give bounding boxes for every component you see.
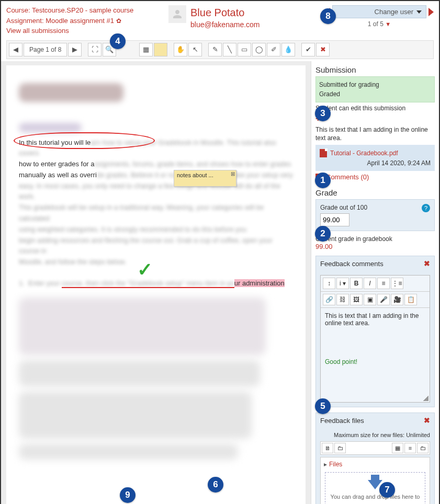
unlink-button[interactable]: ⛓ (336, 294, 349, 305)
document-page[interactable]: In this tutorial you will learn how to s… (6, 65, 306, 505)
media-button[interactable]: ▣ (364, 294, 376, 305)
file-picker-toolbar: 🗎 🗀 ▦ ≡ 🗀 (320, 441, 430, 455)
current-grade-value: 99.00 (315, 243, 435, 250)
badge-4: 4 (110, 33, 126, 49)
filter-icon[interactable]: ▼ (385, 21, 391, 27)
bullet-list-button[interactable]: ≡ (377, 278, 390, 289)
document-list-item: 1. Enter your course, then click the "Gr… (19, 279, 293, 287)
resize-handle[interactable] (423, 396, 428, 401)
icon-view-button[interactable]: ▦ (392, 443, 403, 453)
tree-view-button[interactable]: 🗀 (417, 443, 428, 453)
view-all-submissions-link[interactable]: View all submissions (6, 27, 69, 35)
oval-tool[interactable]: ◯ (252, 43, 266, 56)
rich-text-editor: ↕ i ▾ B I ≡ ⋮≡ 🔗 ⛓ 🖼 ▣ 🎤 (320, 275, 430, 403)
annotation-underline: course, then click the "Gradebook setup"… (62, 279, 234, 288)
editor-toolbar-row2: 🔗 ⛓ 🖼 ▣ 🎤 🎥 📋 (321, 292, 430, 308)
drop-zone[interactable]: You can drag and drop files here to (325, 472, 425, 504)
record-audio-button[interactable]: 🎤 (377, 294, 390, 305)
user-name-link[interactable]: Blue Potato (190, 7, 244, 18)
next-page-button[interactable]: ▶ (68, 43, 82, 56)
user-position: 1 of 5 ▼ (325, 20, 434, 28)
file-link[interactable]: Tutorial - Gradebook.pdf (330, 150, 398, 157)
close-icon[interactable]: ⊠ (231, 171, 235, 177)
editor-text-1: This is text that I am adding in the onl… (325, 312, 425, 327)
list-view-button[interactable]: ≡ (404, 443, 416, 453)
blurred-content-3 (19, 392, 293, 439)
bold-button[interactable]: B (350, 278, 363, 289)
checkmark-annotation: ✓ (137, 259, 153, 281)
create-folder-button[interactable]: 🗀 (334, 443, 346, 453)
editor-toolbar-row1: ↕ i ▾ B I ≡ ⋮≡ (321, 276, 430, 292)
manage-files-button[interactable]: 📋 (404, 294, 417, 305)
ink-tool[interactable]: 💧 (281, 43, 295, 56)
max-size-label: Maximum size for new files: Unlimited (320, 432, 430, 438)
header: Course: Testcourse.SP20 - sample course … (1, 1, 439, 40)
file-drop-area[interactable]: ▸ Files You can drag and drop files here… (320, 457, 430, 504)
select-tool[interactable]: ↖ (188, 43, 202, 56)
badge-2: 2 (315, 226, 331, 242)
feedback-files-heading: Feedback files (320, 417, 364, 425)
assignment-link[interactable]: Assignment: Moodle assignment #1 (6, 17, 114, 25)
online-text-submission: This is text that I am adding in the onl… (315, 123, 435, 145)
submission-section: Submission Submitted for grading Graded … (315, 65, 435, 184)
line-tool[interactable]: ╲ (223, 43, 236, 56)
comment-color-tool[interactable]: ▦ (139, 43, 153, 56)
pdf-icon (320, 149, 327, 157)
collapse-icon[interactable]: ✖ (424, 259, 430, 268)
doc-line3-clear: manually as well as overri (19, 171, 97, 179)
sticky-note-annotation[interactable]: notes about ... ⊠ (174, 170, 236, 187)
status-graded: Graded (319, 89, 431, 99)
files-root-label[interactable]: ▸ Files (323, 460, 427, 469)
user-email-link[interactable]: blue@fakename.com (190, 20, 260, 29)
change-user-select[interactable]: Change user (332, 5, 426, 18)
grade-input[interactable] (320, 213, 349, 226)
prev-page-button[interactable]: ◀ (9, 43, 22, 56)
badge-9: 9 (120, 487, 136, 503)
add-file-button[interactable]: 🗎 (322, 443, 333, 453)
header-center: Blue Potato blue@fakename.com (168, 5, 260, 30)
editor-content[interactable]: This is text that I am adding in the onl… (321, 308, 430, 402)
feedback-comments-section: Feedback comments ✖ ↕ i ▾ B I ≡ ⋮≡ (315, 256, 435, 407)
doc-line2-clear: how to enter grades for a (19, 160, 95, 168)
sticky-note-tool[interactable] (154, 43, 167, 56)
collapse-icon[interactable]: ✖ (424, 416, 430, 425)
drop-zone-text: You can drag and drop files here to (330, 494, 421, 500)
expand-submission-button[interactable]: + (315, 114, 435, 123)
badge-8: 8 (320, 8, 336, 24)
doc-list-prefix: 1. Enter your (19, 279, 62, 287)
italic-button[interactable]: I (364, 278, 376, 289)
highlight-tool[interactable]: ✐ (267, 43, 280, 56)
next-user-button[interactable] (428, 8, 434, 16)
feedback-comments-heading: Feedback comments (320, 260, 383, 268)
course-link[interactable]: Course: Testcourse.SP20 - sample course (6, 6, 133, 14)
gear-icon[interactable]: ✿ (116, 17, 121, 25)
submission-file[interactable]: Tutorial - Gradebook.pdf April 14 2020, … (315, 145, 435, 171)
user-position-text: 1 of 5 (368, 20, 383, 28)
link-button[interactable]: 🔗 (323, 294, 335, 305)
feedback-files-section: Feedback files ✖ Maximum size for new fi… (315, 413, 435, 504)
stamp-tool[interactable]: ✔ (301, 43, 315, 56)
style-dropdown[interactable]: i ▾ (336, 278, 349, 289)
editor-text-2: Good point! (325, 358, 425, 365)
number-list-button[interactable]: ⋮≡ (391, 278, 403, 289)
pen-tool[interactable]: ✎ (208, 43, 222, 56)
image-button[interactable]: 🖼 (350, 294, 363, 305)
toggle-toolbar-button[interactable]: ↕ (323, 278, 335, 289)
rectangle-tool[interactable]: ▭ (238, 43, 251, 56)
submission-status: Submitted for grading Graded (315, 76, 435, 102)
files-link[interactable]: Files (329, 461, 342, 468)
annotation-toolbar: ◀ Page 1 of 8 ▶ ⛶ 🔍 ▦ ✋ ↖ ✎ ╲ ▭ ◯ ✐ 💧 ✔ … (6, 40, 434, 59)
help-icon[interactable]: ? (422, 204, 430, 212)
expand-icon[interactable]: ⛶ (88, 43, 101, 56)
doc-line8-blur: Moodle, and follow the steps below. (19, 258, 126, 266)
hand-tool[interactable]: ✋ (174, 43, 187, 56)
record-video-button[interactable]: 🎥 (391, 294, 403, 305)
delete-tool[interactable]: ✖ (316, 43, 330, 56)
blurred-heading (19, 123, 82, 132)
file-date: April 14 2020, 9:24 AM (320, 159, 431, 167)
comments-toggle[interactable]: + Comments (0) (315, 171, 435, 183)
grade-heading: Grade (315, 188, 435, 197)
page-indicator[interactable]: Page 1 of 8 (24, 43, 67, 56)
blurred-content-2 (19, 360, 293, 386)
document-viewer: In this tutorial you will learn how to s… (1, 61, 311, 505)
